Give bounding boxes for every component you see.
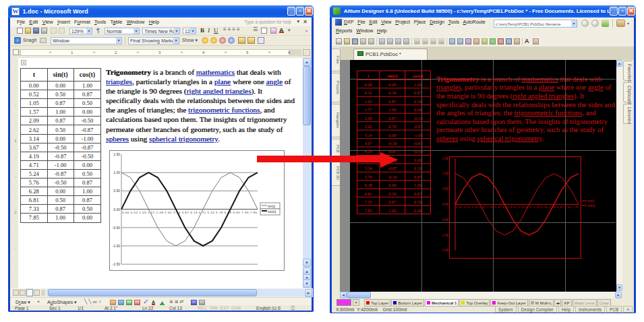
- svg-text:0.00 0.52 1.05 1.57 2.09 2.62: 0.00 0.52 1.05 1.57 2.09 2.62 3.14 3.67 …: [122, 211, 258, 214]
- svg-text:-0.50: -0.50: [413, 149, 423, 154]
- svg-text:1.00: 1.00: [414, 183, 422, 187]
- svg-text:0.00: 0.00: [388, 183, 397, 187]
- svg-text:-0.50: -0.50: [413, 116, 423, 121]
- svg-text:sin(t): sin(t): [587, 199, 595, 203]
- svg-text:1.00: 1.00: [414, 82, 422, 87]
- svg-text:2.09: 2.09: [364, 116, 372, 121]
- svg-text:spheres using spherical trigon: spheres using spherical trigonometry.: [436, 134, 544, 142]
- svg-text:0.00: 0.00: [414, 208, 422, 213]
- svg-text:7.85: 7.85: [364, 208, 372, 213]
- svg-text:-1.00: -1.00: [442, 234, 449, 237]
- svg-text:0.00: 0.00: [388, 82, 397, 87]
- svg-text:0.50: 0.50: [442, 187, 448, 191]
- svg-text:1.00: 1.00: [388, 107, 397, 112]
- svg-text:-0.50: -0.50: [442, 218, 449, 222]
- svg-text:-1.50: -1.50: [442, 249, 449, 252]
- svg-text:-1.00: -1.00: [413, 133, 423, 137]
- svg-text:calculations based upon them.: calculations based upon them. The insigh…: [436, 117, 608, 125]
- svg-text:0.50: 0.50: [388, 124, 397, 129]
- svg-text:0.50: 0.50: [388, 191, 397, 196]
- svg-text:7.33: 7.33: [364, 199, 372, 204]
- svg-text:5.76: 5.76: [364, 174, 372, 179]
- svg-text:1.50: 1.50: [442, 157, 448, 160]
- svg-text:0.50: 0.50: [414, 199, 422, 204]
- svg-text:0.50: 0.50: [414, 99, 422, 104]
- svg-text:the triangle is 90 degrees (ri: the triangle is 90 degrees (right angled…: [436, 92, 584, 100]
- svg-text:0.00 0.52 1.05 1.57 2.09 2.62: 0.00 0.52 1.05 1.57 2.09 2.62 3.14 3.67 …: [456, 205, 579, 209]
- svg-text:-0.50: -0.50: [113, 226, 121, 230]
- svg-text:3.14: 3.14: [364, 133, 372, 137]
- svg-text:0.87: 0.87: [388, 99, 397, 104]
- svg-text:sin(t): sin(t): [387, 73, 397, 79]
- svg-text:-0.87: -0.87: [413, 141, 423, 146]
- svg-text:0.87: 0.87: [414, 90, 422, 95]
- svg-text:0.00: 0.00: [113, 207, 120, 212]
- svg-text:1.00: 1.00: [388, 208, 397, 213]
- svg-text:3.67: 3.67: [364, 141, 372, 146]
- svg-text:cos(t): cos(t): [268, 210, 276, 214]
- svg-text:0.50: 0.50: [113, 189, 120, 193]
- svg-text:2.62: 2.62: [364, 124, 372, 129]
- svg-text:sin(t): sin(t): [268, 204, 275, 208]
- svg-text:cos(t): cos(t): [413, 73, 423, 79]
- svg-text:cos(t): cos(t): [587, 204, 595, 207]
- svg-text:1.00: 1.00: [442, 172, 448, 175]
- svg-text:specifically deals with the re: specifically deals with the relationship…: [436, 100, 615, 108]
- svg-text:0.50: 0.50: [388, 90, 397, 95]
- svg-text:t: t: [368, 73, 370, 78]
- svg-text:0.00: 0.00: [414, 158, 422, 162]
- svg-text:0.00: 0.00: [442, 203, 448, 206]
- svg-text:0.00: 0.00: [364, 82, 372, 87]
- svg-text:the angles of triangles; the t: the angles of triangles; the trigonometr…: [436, 108, 597, 117]
- svg-text:-0.50: -0.50: [388, 174, 397, 179]
- svg-text:-1.00: -1.00: [113, 244, 121, 248]
- svg-text:-0.87: -0.87: [413, 124, 423, 129]
- svg-text:1.05: 1.05: [364, 99, 372, 104]
- svg-text:0.00: 0.00: [388, 133, 397, 137]
- svg-text:triangles, particularly triang: triangles, particularly triangles in a p…: [436, 83, 612, 91]
- svg-text:0.50: 0.50: [414, 166, 422, 170]
- svg-text:0.00: 0.00: [414, 107, 422, 112]
- svg-text:1.00: 1.00: [113, 170, 120, 174]
- svg-text:6.28: 6.28: [364, 183, 372, 187]
- svg-text:-1.50: -1.50: [113, 262, 121, 266]
- svg-text:1.50: 1.50: [113, 152, 120, 156]
- svg-text:0.87: 0.87: [414, 174, 422, 179]
- svg-text:1.57: 1.57: [364, 107, 372, 112]
- svg-text:-0.50: -0.50: [388, 141, 397, 146]
- svg-text:permeate other branches of geo: permeate other branches of geometry, suc…: [436, 125, 604, 133]
- svg-text:6.81: 6.81: [364, 191, 372, 196]
- svg-text:0.87: 0.87: [388, 116, 397, 121]
- svg-text:0.87: 0.87: [388, 199, 397, 204]
- svg-text:Trigonometry is a branch of ma: Trigonometry is a branch of mathematics …: [436, 75, 602, 83]
- svg-text:0.87: 0.87: [414, 191, 422, 196]
- svg-text:0.52: 0.52: [364, 90, 372, 95]
